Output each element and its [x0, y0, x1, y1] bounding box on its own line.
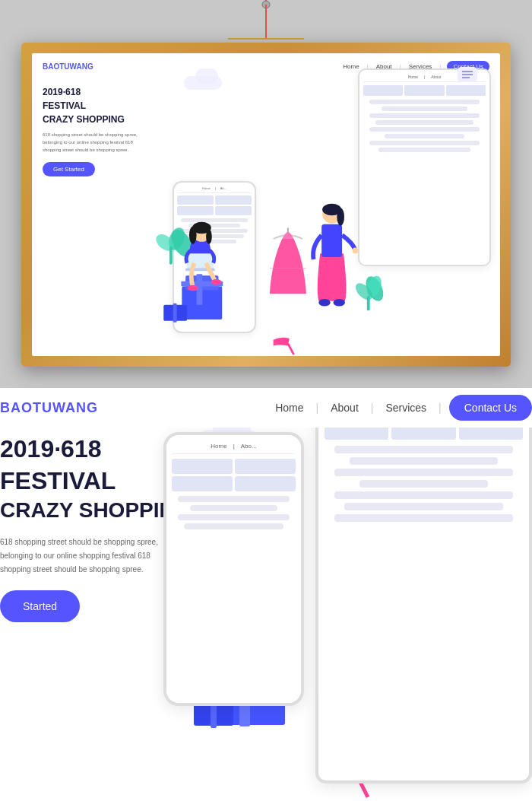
frame-illustration-svg — [32, 143, 500, 356]
btablet-row-2 — [350, 457, 499, 465]
svg-point-18 — [211, 279, 221, 285]
tablet-nav-sep: | — [424, 75, 425, 79]
tablet-grid — [363, 85, 486, 96]
svg-rect-21 — [321, 224, 342, 257]
bottom-sep-3: | — [439, 402, 442, 414]
frame-hero-date: 2019·618 — [43, 85, 145, 99]
btablet-row-5 — [334, 491, 513, 499]
box-ribbon-v — [197, 274, 203, 304]
svg-point-25 — [353, 248, 359, 254]
bphone-row-2 — [190, 505, 277, 511]
dress-display — [270, 228, 306, 294]
svg-point-13 — [189, 227, 197, 244]
chat-line-3 — [462, 77, 470, 78]
tablet-row-5 — [385, 134, 464, 138]
cloud-2 — [195, 68, 218, 84]
tablet-nav-about: About — [431, 75, 441, 79]
tablet-cell — [446, 85, 486, 96]
svg-point-26 — [318, 299, 330, 307]
figure-standing — [313, 204, 358, 307]
chat-bubble — [458, 67, 477, 82]
btablet-row-6 — [344, 503, 503, 510]
tablet-cell — [404, 85, 444, 96]
bphone-cell-2 — [235, 459, 296, 474]
heels — [274, 338, 294, 354]
tablet-row-short — [382, 106, 467, 111]
bottom-nav-about[interactable]: About — [318, 402, 371, 414]
tablet-nav-home: Home — [408, 75, 418, 79]
bottom-nav-services[interactable]: Services — [373, 402, 439, 414]
tablet-row-2 — [369, 113, 480, 118]
bottom-nav: BAOTUWANG Home | About | Services | Cont… — [0, 388, 532, 428]
tablet-row — [369, 100, 480, 104]
bottom-phone-mock: Home | Abo... — [163, 432, 304, 706]
svg-point-24 — [337, 208, 344, 226]
bphone-cell-4 — [235, 476, 296, 491]
tablet-row-3 — [375, 120, 473, 125]
bphone-row-4 — [184, 523, 283, 529]
bphone-about: Abo... — [241, 443, 257, 450]
tablet-cell — [363, 85, 403, 96]
btablet-row-7 — [334, 514, 513, 522]
bottom-tablet-mock — [315, 411, 532, 784]
box-small-ribbon — [173, 304, 177, 323]
svg-point-17 — [188, 285, 198, 291]
btablet-row — [334, 446, 513, 453]
frame-section: BAOTUWANG Home | About | Services | Cont… — [0, 0, 532, 388]
bphone-row-1 — [178, 496, 290, 502]
svg-line-28 — [288, 344, 294, 354]
bphone-home: Home — [211, 443, 226, 450]
wood-frame: BAOTUWANG Home | About | Services | Cont… — [21, 43, 511, 367]
bottom-nav-home[interactable]: Home — [263, 402, 315, 414]
svg-rect-9 — [169, 246, 173, 265]
bphone-cell-1 — [172, 459, 233, 474]
bphone-row-3 — [178, 514, 290, 520]
svg-point-14 — [206, 229, 212, 243]
bottom-contact-btn[interactable]: Contact Us — [449, 395, 532, 421]
btablet-row-3 — [334, 469, 513, 476]
tablet-row-4 — [369, 127, 480, 132]
bottom-section: BAOTUWANG Home | About | Services | Cont… — [0, 388, 532, 801]
btablet-row-4 — [359, 480, 489, 488]
frame-logo: BAOTUWANG — [43, 62, 93, 71]
bottom-logo: BAOTUWANG — [0, 400, 98, 416]
svg-point-27 — [334, 299, 345, 307]
frame-hero-crazy: CRAZY SHOPPING — [43, 113, 145, 126]
chat-line-1 — [462, 71, 473, 72]
frame-inner: BAOTUWANG Home | About | Services | Cont… — [32, 53, 500, 356]
chat-line-2 — [462, 74, 473, 75]
plant-right — [353, 274, 387, 311]
bphone-cell-3 — [172, 476, 233, 491]
hanger-shape — [220, 0, 312, 40]
chat-lines — [462, 71, 473, 78]
frame-hero-festival: FESTIVAL — [43, 99, 145, 113]
svg-rect-32 — [367, 296, 370, 310]
bphone-sep: | — [233, 443, 235, 450]
